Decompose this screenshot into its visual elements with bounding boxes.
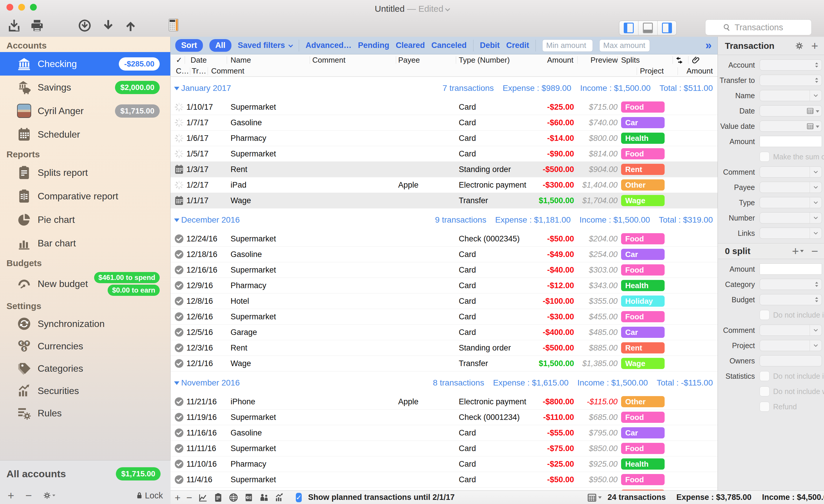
transaction-row[interactable]: 1/10/17SupermarketCard-$25.00$715.00Food [171,99,718,115]
filter-cleared-button[interactable]: Cleared [396,41,425,50]
sidebar-item-pie-chart[interactable]: Pie chart [0,208,170,231]
subcolumn-header-c[interactable]: C… [176,66,189,76]
transfer-to-stepper[interactable] [759,75,822,86]
lock-button[interactable]: Lock [135,491,163,500]
transaction-row[interactable]: 12/1/16WageTransfer$1,500.00$1,385.00Wag… [171,356,718,371]
transaction-row[interactable]: 11/4/16SupermarketCard-$50.00$950.00Food [171,472,718,488]
collapse-triangle-icon[interactable] [174,218,179,222]
filter-canceled-button[interactable]: Canceled [431,41,467,50]
do-not-include-in-checkbox[interactable] [759,310,769,320]
report-view-icon[interactable] [213,493,223,502]
sidebar-item-scheduler[interactable]: Scheduler [0,123,170,146]
saved-filters-button[interactable]: Saved filters [238,41,293,50]
transaction-row[interactable]: 1/1/17WageTransfer$1,500.00$1,704.00Wage [171,193,718,208]
add-account-button[interactable]: + [8,490,14,501]
filter-pending-button[interactable]: Pending [358,41,389,50]
type-combo[interactable] [759,197,822,208]
amount-input[interactable] [759,264,822,275]
toggle-right-panel-button[interactable] [657,21,677,35]
sidebar-item-checking[interactable]: Checking-$285.00 [0,52,170,76]
payees-view-icon[interactable] [260,493,269,502]
remove-account-button[interactable]: − [25,490,32,501]
transaction-row[interactable]: 11/19/16SupermarketCheck (0001234)-$110.… [171,410,718,425]
number-combo[interactable] [759,212,822,223]
column-header-splits[interactable]: Splits [621,55,640,66]
value-date-date[interactable] [759,120,822,132]
save-icon[interactable] [7,18,21,33]
sidebar-item-savings[interactable]: Savings$2,000.00 [0,76,170,99]
owners-input[interactable] [759,355,822,367]
date-date[interactable] [759,105,822,116]
sort-button[interactable]: Sort [175,39,203,52]
transaction-row[interactable]: 12/9/16PharmacyCard-$12.00$343.00Health [171,278,718,293]
transaction-row[interactable]: 12/16/16SupermarketCard-$40.00$303.00Foo… [171,262,718,278]
transaction-row[interactable]: 12/3/16RentStanding order-$500.00$885.00… [171,340,718,356]
transaction-row[interactable]: 12/6/16SupermarketCard-$30.00$455.00Food [171,309,718,325]
sidebar-item-splits-report[interactable]: Splits report [0,161,170,184]
budget-stepper[interactable] [759,294,822,305]
calculator-icon[interactable] [167,16,181,33]
sidebar-item-comparative-report[interactable]: Comparative report [0,184,170,208]
name-combo[interactable] [759,90,822,101]
sidebar-item-rules[interactable]: Rules [0,402,170,424]
project-combo[interactable] [759,340,822,351]
comment-combo[interactable] [759,325,822,336]
filter-debit-button[interactable]: Debit [480,41,500,50]
account-stepper[interactable] [759,60,822,71]
transaction-row[interactable]: 1/2/17iPadAppleElectronic payment-$300.0… [171,177,718,193]
transaction-row[interactable]: 11/3/16RentStanding order-$500.00$1,000.… [171,488,718,491]
links-combo[interactable] [759,228,822,239]
paperclip-icon[interactable] [692,56,701,65]
remove-transaction-button[interactable]: − [187,493,192,503]
group-title[interactable]: December 2016 [181,212,240,228]
comment-combo[interactable] [759,167,822,178]
do-not-include-w-checkbox[interactable] [759,386,769,396]
min-amount-input[interactable] [542,39,593,52]
currency-view-icon[interactable] [244,493,253,502]
column-header-amount[interactable]: Amount [547,55,574,66]
line-chart-view-icon[interactable] [198,493,208,502]
transaction-row[interactable]: 11/16/16GasolineCard-$55.00$795.00Car [171,425,718,441]
filter-advanced-button[interactable]: Advanced… [306,41,351,50]
sidebar-item-cyril-anger[interactable]: Cyril Anger$1,715.00 [0,99,170,123]
sidebar-item-new-budget[interactable]: New budget$461.00 to spend$0.00 to earn [0,270,170,298]
column-header-comment[interactable]: Comment [312,55,345,66]
sidebar-item-securities[interactable]: Securities [0,380,170,402]
add-transaction-button[interactable]: + [175,493,181,503]
max-amount-input[interactable] [599,39,650,52]
transfer-icon[interactable] [675,56,684,65]
search-input[interactable] [734,22,794,33]
transaction-row[interactable]: 1/5/17SupermarketCard-$90.00$814.00Food [171,146,718,162]
search-field[interactable] [705,19,812,35]
column-header-date[interactable]: Date [191,55,207,66]
show-planned-checkbox[interactable]: ✓ [296,493,302,502]
sidebar-item-currencies[interactable]: €¥$Currencies [0,335,170,357]
group-title[interactable]: November 2016 [181,375,240,391]
sidebar-item-categories[interactable]: Categories [0,357,170,380]
toggle-bottom-bar-button[interactable] [638,21,657,35]
collapse-triangle-icon[interactable] [174,381,179,385]
subcolumn-header-comment[interactable]: Comment [211,66,244,76]
sidebar-item-synchronization[interactable]: Synchronization [0,313,170,335]
amount-input[interactable] [759,136,822,147]
column-header-type-number[interactable]: Type (Number) [459,55,510,66]
account-actions-button[interactable] [43,491,55,500]
column-header-name[interactable]: Name [230,55,251,66]
import-icon[interactable] [78,18,92,33]
transaction-row[interactable]: 1/7/17GasolineCard-$60.00$740.00Car [171,115,718,130]
split-add-button[interactable]: + [792,247,803,256]
column-header-col[interactable]: ✓ [176,55,182,66]
transaction-row[interactable]: 11/10/16PharmacyCard-$25.00$925.00Health [171,457,718,472]
do-not-include-in-checkbox[interactable] [759,371,769,381]
transaction-row[interactable]: 1/3/17RentStanding order-$500.00$904.00R… [171,162,718,177]
collapse-triangle-icon[interactable] [174,87,179,90]
sidebar-item-bar-chart[interactable]: Bar chart [0,231,170,255]
download-icon[interactable] [101,18,115,33]
subcolumn-header-project[interactable]: Project [640,66,664,76]
refund-checkbox[interactable] [759,402,769,412]
subcolumn-header-tr[interactable]: Tr… [192,66,206,76]
transaction-row[interactable]: 11/11/16SupermarketCard-$75.00$850.00Foo… [171,441,718,457]
category-stepper[interactable] [759,279,822,290]
transaction-row[interactable]: 12/18/16GasolineCard-$49.00$254.00Car [171,247,718,262]
planned-date-picker[interactable] [587,493,602,503]
